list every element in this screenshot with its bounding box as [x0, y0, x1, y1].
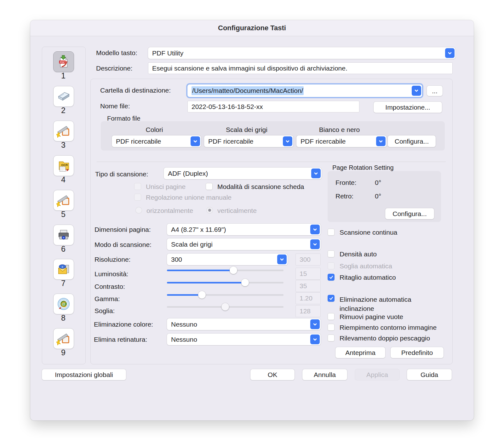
contrast-value: 35	[300, 282, 307, 290]
browse-button[interactable]: ...	[427, 86, 443, 96]
remove-blank-checkbox[interactable]	[328, 313, 335, 320]
merge-pages-checkbox	[134, 183, 141, 190]
sidebar-button-3[interactable]	[53, 121, 74, 141]
slider-thumb[interactable]	[198, 291, 206, 299]
auto-density-checkbox[interactable]	[328, 250, 335, 257]
description-field[interactable]: Esegui scansione e salva immagini sul di…	[148, 62, 453, 74]
auto-threshold-label: Soglia automatica	[340, 262, 392, 270]
help-button-label: Guida	[421, 371, 438, 379]
scan-mode-popup[interactable]: Scala dei grigi	[167, 238, 321, 250]
format-configure-button[interactable]: Configura...	[388, 135, 436, 147]
help-button[interactable]: Guida	[407, 369, 452, 380]
color-dropout-value: Nessuno	[171, 321, 197, 328]
grayscale-format-popup[interactable]: PDF ricercabile	[204, 135, 293, 147]
chevron-down-icon	[310, 319, 320, 329]
page-rotation-group-label: Page Rotation Setting	[332, 164, 394, 171]
card-scan-mode-label: Modalità di scansione scheda	[217, 183, 304, 191]
sidebar-button-9[interactable]	[53, 328, 74, 349]
front-rotation-value: 0°	[375, 179, 381, 186]
resolution-value-box: 300	[295, 254, 321, 266]
chevron-down-icon	[412, 86, 421, 96]
default-button[interactable]: Predefinito	[391, 347, 444, 358]
destination-label: Cartella di destinazione:	[100, 87, 171, 94]
threshold-value-box: 128	[295, 305, 321, 317]
destination-combo[interactable]: /Users/matteo/Documents/MacAction/	[187, 84, 422, 97]
ok-button[interactable]: OK	[250, 369, 295, 380]
destination-value: /Users/matteo/Documents/MacAction/	[192, 86, 304, 95]
page-size-label: Dimensioni pagina:	[94, 226, 151, 233]
continuous-scan-checkbox[interactable]	[328, 229, 335, 236]
brightness-slider[interactable]	[167, 266, 284, 274]
sidebar-button-7[interactable]: e	[53, 259, 74, 280]
scan-type-value: ADF (Duplex)	[168, 170, 208, 177]
brightness-label: Luminosità:	[94, 270, 128, 278]
scan-type-label: Tipo di scansione:	[95, 170, 148, 178]
model-popup[interactable]: PDF Utility	[148, 47, 455, 59]
color-dropout-label: Eliminazione colore:	[94, 321, 153, 328]
chevron-down-icon	[376, 136, 386, 146]
slider-thumb[interactable]	[230, 266, 237, 274]
bw-column-header: Bianco e nero	[296, 126, 382, 134]
svg-text:e: e	[62, 265, 63, 268]
titlebar[interactable]: Configurazione Tasti	[30, 20, 474, 36]
sidebar-label-1: 1	[53, 71, 73, 80]
continuous-scan-label: Scansione continua	[340, 229, 397, 236]
window-title: Configurazione Tasti	[218, 24, 286, 32]
slider-thumb[interactable]	[241, 279, 249, 286]
filename-field[interactable]: 2022-05-13-16-18-52-xx	[187, 101, 359, 112]
auto-deskew-checkbox[interactable]	[328, 295, 335, 302]
svg-text:PDF: PDF	[60, 61, 65, 64]
rotation-configure-label: Configura...	[392, 210, 427, 218]
edge-fill-checkbox[interactable]	[328, 324, 335, 331]
scan-mode-value: Scala dei grigi	[171, 241, 213, 248]
auto-crop-checkbox[interactable]	[328, 274, 335, 281]
sidebar-label-4: 4	[53, 175, 73, 184]
sidebar-button-1[interactable]: PDF	[53, 51, 74, 72]
model-label: Modello tasto:	[96, 49, 137, 57]
setting-button[interactable]: Impostazione...	[374, 102, 442, 113]
scan-type-popup[interactable]: ADF (Duplex)	[164, 168, 322, 179]
sidebar-label-5: 5	[53, 210, 73, 219]
horizontal-radio	[135, 207, 142, 214]
manual-merge-checkbox	[134, 194, 141, 201]
edge-fill-label: Riempimento contorno immagine	[340, 324, 437, 331]
color-dropout-popup[interactable]: Nessuno	[167, 318, 321, 330]
mail-icon: e	[56, 262, 71, 277]
chevron-down-icon	[283, 136, 292, 146]
cancel-button[interactable]: Annulla	[302, 369, 347, 380]
rotation-configure-button[interactable]: Configura...	[385, 208, 434, 219]
contrast-value-box: 35	[295, 280, 321, 292]
page-size-popup[interactable]: A4 (8.27" x 11.69")	[167, 224, 321, 235]
slider-thumb	[221, 303, 229, 311]
model-value: PDF Utility	[152, 49, 183, 57]
contrast-slider[interactable]	[167, 279, 284, 286]
global-settings-button[interactable]: Impostazioni globali	[42, 369, 126, 380]
resolution-box-value: 300	[300, 256, 311, 263]
scan-app-icon	[56, 193, 71, 208]
horizontal-radio-label: orizzontalmente	[146, 207, 193, 214]
scan-app-icon	[56, 124, 71, 138]
resolution-popup[interactable]: 300	[167, 254, 288, 265]
color-format-popup[interactable]: PDF ricercabile	[112, 135, 201, 147]
sidebar-button-2[interactable]	[53, 86, 74, 107]
sidebar-button-4[interactable]: OCR	[53, 155, 74, 176]
bw-format-popup[interactable]: PDF ricercabile	[296, 135, 387, 147]
sidebar-button-6[interactable]	[53, 225, 74, 245]
chevron-down-icon	[277, 254, 287, 264]
browse-button-label: ...	[432, 87, 438, 95]
button-configuration-window: Configurazione Tasti PDF 1 2 3	[30, 20, 474, 420]
sidebar-label-6: 6	[53, 244, 73, 254]
gamma-slider[interactable]	[167, 291, 284, 299]
double-feed-checkbox[interactable]	[328, 334, 335, 341]
chevron-down-icon	[445, 48, 455, 58]
descreen-popup[interactable]: Nessuno	[167, 334, 321, 345]
card-scan-mode-checkbox[interactable]	[206, 183, 213, 190]
chevron-down-icon	[310, 239, 320, 249]
description-value: Esegui scansione e salva immagini sul di…	[152, 65, 347, 72]
preview-button[interactable]: Anteprima	[335, 347, 385, 358]
sidebar-button-5[interactable]	[53, 190, 74, 211]
sidebar-label-2: 2	[53, 106, 73, 115]
brightness-value-box: 15	[295, 268, 321, 280]
auto-threshold-checkbox	[328, 262, 335, 269]
sidebar-button-8[interactable]: @	[53, 294, 74, 314]
